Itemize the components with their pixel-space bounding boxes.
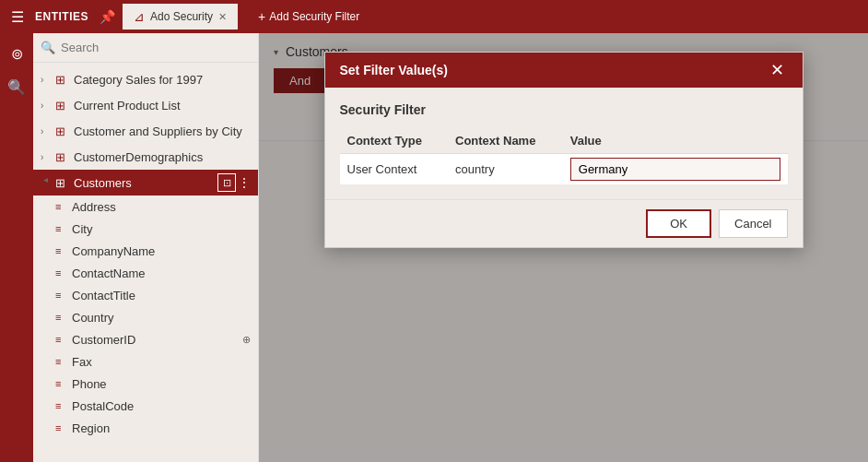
- entities-title: ENTITIES: [35, 10, 88, 23]
- sidebar-search-area: 🔍: [33, 33, 258, 63]
- child-contactname[interactable]: ≡ ContactName: [52, 262, 258, 284]
- search-icon: 🔍: [41, 41, 55, 54]
- field-icon: ≡: [55, 201, 68, 212]
- tree-label: Customer and Suppliers by City: [74, 124, 251, 138]
- rail-search-icon[interactable]: 🔍: [4, 74, 29, 100]
- child-label: Address: [72, 200, 116, 214]
- field-icon: ≡: [55, 378, 68, 389]
- cancel-button[interactable]: Cancel: [719, 209, 787, 238]
- child-contacttitle[interactable]: ≡ ContactTitle: [52, 284, 258, 306]
- modal-body: Security Filter Context Type Context Nam…: [325, 88, 803, 199]
- chevron-icon: ›: [41, 75, 52, 85]
- customers-more-icon[interactable]: ⋮: [238, 175, 251, 190]
- main-layout: ⊚ 🔍 🔍 › ⊞ Category Sales for 1997 › ⊞ Cu…: [0, 33, 868, 462]
- sidebar: 🔍 › ⊞ Category Sales for 1997 › ⊞ Curren…: [33, 33, 259, 462]
- table-icon: ⊞: [55, 124, 70, 138]
- tree-item-customer-suppliers[interactable]: › ⊞ Customer and Suppliers by City: [33, 118, 258, 144]
- top-bar: ☰ ENTITIES 📌 ⊿ Ado Security ✕ + Add Secu…: [0, 0, 868, 33]
- child-label: Fax: [72, 355, 92, 369]
- rail-entities-icon[interactable]: ⊚: [4, 41, 29, 66]
- ado-security-tab[interactable]: ⊿ Ado Security ✕: [123, 4, 238, 30]
- child-city[interactable]: ≡ City: [52, 218, 258, 240]
- context-type-cell: User Context: [340, 154, 449, 185]
- table-icon: ⊞: [55, 150, 70, 164]
- child-region[interactable]: ≡ Region: [52, 417, 258, 439]
- child-label: Phone: [72, 377, 107, 391]
- add-security-filter-button[interactable]: + Add Security Filter: [252, 6, 365, 28]
- field-icon: ≡: [55, 356, 68, 367]
- child-customerid[interactable]: ≡ CustomerID ⊕: [52, 328, 258, 350]
- chevron-icon: ›: [41, 101, 52, 111]
- chevron-icon: ›: [41, 152, 52, 162]
- col-value: Value: [563, 128, 788, 154]
- filter-tab-icon: ⊿: [134, 9, 145, 24]
- child-label: CompanyName: [72, 244, 155, 258]
- tree-item-customers[interactable]: ▾ ⊞ Customers ⊡ ⋮: [33, 170, 258, 195]
- tree-label: CustomerDemographics: [74, 150, 251, 164]
- customers-children: ≡ Address ≡ City ≡ CompanyName ≡ Contact…: [33, 195, 258, 439]
- tree-label: Customers: [74, 176, 214, 190]
- child-postalcode[interactable]: ≡ PostalCode: [52, 395, 258, 417]
- child-label: Region: [72, 421, 110, 435]
- child-label: Country: [72, 311, 114, 325]
- tree-item-actions: ⊡ ⋮: [217, 173, 251, 192]
- tree-label: Category Sales for 1997: [74, 73, 251, 87]
- customers-preview-button[interactable]: ⊡: [217, 173, 236, 192]
- table-icon: ⊞: [55, 99, 70, 113]
- child-country[interactable]: ≡ Country: [52, 306, 258, 328]
- field-icon: ≡: [55, 267, 68, 278]
- child-fax[interactable]: ≡ Fax: [52, 350, 258, 373]
- security-filter-title: Security Filter: [340, 102, 788, 117]
- ok-button[interactable]: OK: [646, 209, 711, 238]
- col-context-name: Context Name: [448, 128, 563, 154]
- child-phone[interactable]: ≡ Phone: [52, 373, 258, 395]
- search-input[interactable]: [61, 41, 251, 54]
- set-filter-modal: Set Filter Value(s) ✕ Security Filter Co…: [324, 52, 803, 248]
- table-icon: ⊞: [55, 73, 70, 87]
- child-label: PostalCode: [72, 399, 134, 413]
- value-cell: [563, 154, 788, 185]
- child-label: ContactTitle: [72, 289, 135, 302]
- modal-title: Set Filter Value(s): [340, 63, 448, 77]
- field-icon: ≡: [55, 223, 68, 234]
- add-filter-plus-icon: +: [258, 9, 265, 24]
- tab-close-icon[interactable]: ✕: [218, 11, 227, 23]
- child-label: CustomerID: [72, 333, 135, 347]
- child-label: City: [72, 222, 92, 236]
- field-icon: ≡: [55, 422, 68, 433]
- chevron-open-icon: ▾: [41, 177, 52, 188]
- filter-table: Context Type Context Name Value User Con…: [340, 128, 788, 184]
- col-context-type: Context Type: [340, 128, 449, 154]
- modal-close-button[interactable]: ✕: [767, 62, 788, 78]
- hamburger-icon[interactable]: ☰: [7, 5, 28, 30]
- modal-overlay: Set Filter Value(s) ✕ Security Filter Co…: [259, 33, 868, 462]
- tree-item-current-product[interactable]: › ⊞ Current Product List: [33, 92, 258, 118]
- modal-footer: OK Cancel: [325, 199, 803, 247]
- add-filter-label: Add Security Filter: [269, 10, 359, 23]
- field-icon: ≡: [55, 334, 68, 345]
- sidebar-tree: › ⊞ Category Sales for 1997 › ⊞ Current …: [33, 63, 258, 462]
- value-input[interactable]: [570, 158, 780, 181]
- child-companyname[interactable]: ≡ CompanyName: [52, 240, 258, 262]
- modal-header: Set Filter Value(s) ✕: [325, 53, 803, 88]
- icon-rail: ⊚ 🔍: [0, 33, 33, 462]
- key-badge: ⊕: [242, 334, 251, 346]
- tab-label: Ado Security: [150, 10, 213, 23]
- tree-item-category-sales[interactable]: › ⊞ Category Sales for 1997: [33, 66, 258, 92]
- child-label: ContactName: [72, 267, 145, 280]
- context-name-cell: country: [448, 154, 563, 185]
- top-bar-actions: + Add Security Filter: [252, 6, 365, 28]
- pin-icon[interactable]: 📌: [100, 9, 115, 24]
- field-icon: ≡: [55, 290, 68, 301]
- field-icon: ≡: [55, 400, 68, 411]
- field-icon: ≡: [55, 245, 68, 256]
- field-icon: ≡: [55, 312, 68, 323]
- main-area: ▾ Customers And Or Attribute ▾: [259, 33, 868, 462]
- tree-item-customer-demographics[interactable]: › ⊞ CustomerDemographics: [33, 144, 258, 170]
- table-icon: ⊞: [55, 176, 70, 190]
- table-row: User Context country: [340, 154, 788, 185]
- tree-label: Current Product List: [74, 99, 251, 113]
- child-address[interactable]: ≡ Address: [52, 195, 258, 218]
- chevron-icon: ›: [41, 126, 52, 136]
